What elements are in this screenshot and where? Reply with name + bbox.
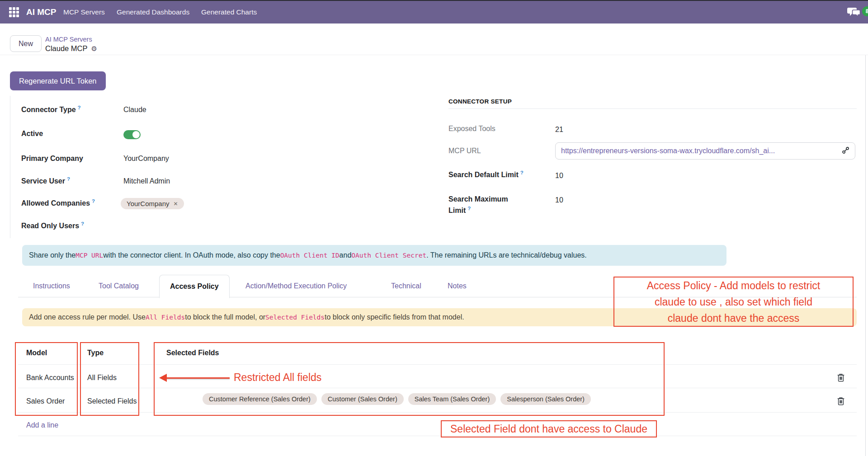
- banner-text: to block the full model, or: [185, 313, 265, 321]
- code-snippet: MCP URL: [75, 252, 103, 259]
- code-snippet: OAuth Client ID: [280, 252, 340, 259]
- field-value-search-default-limit[interactable]: 10: [555, 172, 563, 180]
- table-row-divider: [18, 412, 857, 413]
- tab-instructions[interactable]: Instructions: [23, 275, 80, 297]
- banner-text: and: [340, 251, 352, 259]
- field-pill: Salesperson (Sales Order): [500, 393, 591, 405]
- cell-selected-fields[interactable]: Customer Reference (Sales Order)Customer…: [203, 393, 591, 405]
- annotation-arrow: [166, 377, 230, 379]
- label-text: Allowed Companies: [21, 199, 90, 207]
- cell-type[interactable]: All Fields: [87, 374, 117, 382]
- page-title: Claude MCP: [45, 44, 88, 52]
- field-label-search-maximum-limit: Search MaximumLimit?: [448, 193, 508, 217]
- banner-text: Share only the: [29, 251, 75, 259]
- field-pill: Customer Reference (Sales Order): [203, 393, 317, 405]
- connector-setup-title: CONNECTOR SETUP: [448, 98, 512, 105]
- new-button[interactable]: New: [10, 35, 42, 52]
- code-snippet: OAuth Client Secret: [351, 252, 426, 259]
- annotation-text: Selected Field dont have access to Claud…: [450, 424, 647, 434]
- breadcrumb-parent-link[interactable]: AI MCP Servers: [45, 36, 92, 43]
- label-text: Active: [21, 130, 43, 137]
- label-text: Search Default Limit: [448, 171, 519, 179]
- banner-text: . The remaining URLs are technical/debug…: [426, 251, 587, 259]
- field-value-search-maximum-limit[interactable]: 10: [555, 196, 563, 204]
- cell-model[interactable]: Sales Order: [26, 397, 65, 405]
- label-text: Limit: [448, 207, 466, 214]
- field-label-exposed-tools: Exposed Tools: [448, 125, 495, 133]
- delete-row-button[interactable]: [837, 373, 847, 384]
- field-label-mcp-url: MCP URL: [448, 147, 481, 155]
- nav-item-generated-dashboards[interactable]: Generated Dashboards: [117, 1, 189, 24]
- banner-text: with the connector client. In OAuth mode…: [103, 251, 280, 259]
- cell-model[interactable]: Bank Accounts: [26, 374, 74, 382]
- regenerate-url-token-button[interactable]: Regenerate URL Token: [10, 71, 106, 90]
- field-label-read-only-users: Read Only Users?: [21, 222, 84, 230]
- field-label-primary-company: Primary Company: [21, 155, 83, 163]
- help-icon[interactable]: ?: [520, 170, 524, 175]
- tag-label: YourCompany: [127, 200, 170, 207]
- annotation-restricted-all-fields: Restricted All fields: [234, 371, 321, 384]
- toggle-knob: [132, 131, 140, 138]
- control-panel-divider: [0, 55, 868, 55]
- messages-icon[interactable]: [847, 6, 862, 20]
- help-icon[interactable]: ?: [467, 206, 471, 211]
- column-header-selected-fields: Selected Fields: [166, 349, 219, 357]
- page: AI MCP MCP ServersGenerated DashboardsGe…: [0, 0, 868, 456]
- tab-technical[interactable]: Technical: [381, 275, 432, 297]
- table-header-divider: [18, 364, 857, 365]
- breadcrumb: Claude MCP⚙: [45, 44, 97, 53]
- tab-action-method-execution-policy[interactable]: Action/Method Execution Policy: [235, 275, 357, 297]
- label-text: Connector Type: [21, 106, 76, 113]
- field-pill: Sales Team (Sales Order): [408, 393, 496, 405]
- help-icon[interactable]: ?: [81, 221, 84, 226]
- tab-notes[interactable]: Notes: [437, 275, 477, 297]
- annotation-arrow-head: [159, 374, 167, 382]
- company-tag[interactable]: YourCompany✕: [121, 198, 184, 209]
- label-text: Primary Company: [21, 155, 83, 162]
- field-label-active: Active: [21, 130, 43, 138]
- mcp-url-link[interactable]: https://entrepreneurs-versions-soma-wax.…: [561, 147, 842, 155]
- link-icon[interactable]: [842, 146, 849, 156]
- annotation-line: Access Policy - Add models to restrict: [614, 277, 853, 294]
- label-text: MCP URL: [448, 147, 481, 155]
- delete-row-button[interactable]: [837, 396, 847, 407]
- code-snippet: Selected Fields: [265, 314, 325, 321]
- field-label-search-default-limit: Search Default Limit?: [448, 171, 524, 179]
- field-label-allowed-companies: Allowed Companies?: [21, 199, 95, 207]
- mcp-url-field[interactable]: https://entrepreneurs-versions-soma-wax.…: [555, 142, 855, 160]
- tag-remove-icon[interactable]: ✕: [174, 201, 178, 207]
- nav-item-generated-charts[interactable]: Generated Charts: [201, 1, 257, 24]
- field-label-service-user: Service User?: [21, 177, 70, 185]
- section-divider: [448, 108, 857, 109]
- field-value-allowed-companies: YourCompany✕: [121, 198, 184, 209]
- banner-text: Add one access rule per model. Use: [29, 313, 146, 321]
- help-icon[interactable]: ?: [92, 198, 95, 204]
- table-bottom-divider: [18, 436, 857, 436]
- warning-alert: Add one access rule per model. Use All F…: [22, 308, 857, 326]
- field-pill: Customer (Sales Order): [321, 393, 404, 405]
- help-icon[interactable]: ?: [67, 176, 70, 182]
- field-value-connector-type[interactable]: Claude: [123, 106, 146, 114]
- active-toggle[interactable]: [123, 130, 141, 139]
- column-header-type: Type: [87, 349, 104, 357]
- tabs-underline: [18, 297, 857, 297]
- field-value-primary-company[interactable]: YourCompany: [123, 155, 169, 163]
- info-alert: Share only the MCP URL with the connecto…: [22, 245, 726, 266]
- tab-tool-catalog[interactable]: Tool Catalog: [88, 275, 149, 297]
- label-text: Read Only Users: [21, 222, 79, 230]
- scrollbar[interactable]: [865, 55, 866, 456]
- nav-item-mcp-servers[interactable]: MCP Servers: [63, 1, 105, 24]
- add-a-line-link[interactable]: Add a line: [26, 421, 58, 429]
- settings-gear-icon[interactable]: ⚙: [91, 45, 97, 52]
- app-brand[interactable]: AI MCP: [26, 1, 57, 24]
- column-header-model: Model: [26, 349, 47, 357]
- tab-access-policy[interactable]: Access Policy: [159, 275, 230, 298]
- field-value-exposed-tools[interactable]: 21: [555, 126, 563, 134]
- help-icon[interactable]: ?: [78, 105, 81, 110]
- form-left-rule: [10, 96, 10, 238]
- label-text: Search Maximum: [448, 195, 508, 203]
- cell-type[interactable]: Selected Fields: [87, 397, 137, 405]
- field-value-service-user[interactable]: Mitchell Admin: [123, 177, 170, 185]
- annotation-box-selected-field: Selected Field dont have access to Claud…: [441, 420, 657, 437]
- apps-grid-icon[interactable]: [9, 7, 20, 18]
